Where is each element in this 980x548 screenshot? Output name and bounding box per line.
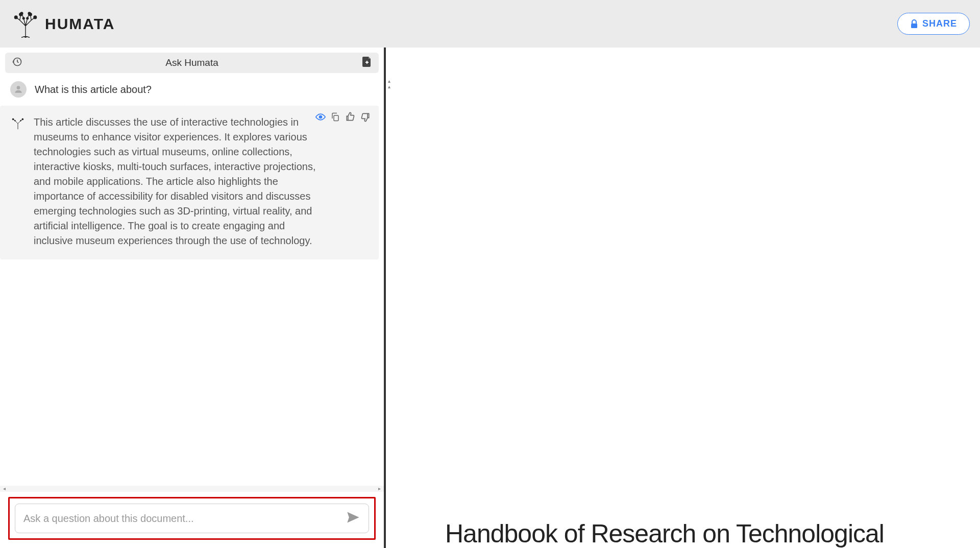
svg-point-0 <box>14 16 17 19</box>
user-avatar-icon <box>10 81 27 98</box>
logo: HUMATA <box>10 9 115 39</box>
copy-icon[interactable] <box>331 112 340 122</box>
ai-message-text: This article discusses the use of intera… <box>34 115 369 248</box>
ai-avatar-icon <box>10 115 26 130</box>
svg-point-4 <box>29 13 32 16</box>
document-viewer: ▴▴ All content following this page was u… <box>386 47 980 548</box>
horizontal-scroll: ◂▸ <box>0 486 384 492</box>
svg-point-11 <box>12 118 14 120</box>
history-icon[interactable] <box>12 57 22 69</box>
question-input[interactable] <box>23 513 346 525</box>
tree-logo-icon <box>10 9 41 39</box>
svg-point-7 <box>27 17 29 19</box>
eye-icon[interactable] <box>315 112 326 122</box>
share-button[interactable]: SHARE <box>897 13 970 35</box>
svg-point-15 <box>320 116 322 118</box>
question-input-container <box>15 504 369 533</box>
doc-scroll-arrows: ▴▴ <box>388 78 393 89</box>
add-document-icon[interactable] <box>362 57 372 69</box>
app-header: HUMATA SHARE <box>0 0 980 47</box>
ai-message-actions <box>315 112 371 122</box>
chat-messages: What is this article about? This article… <box>0 73 384 486</box>
svg-point-10 <box>17 86 20 89</box>
lock-icon <box>910 19 918 29</box>
svg-point-2 <box>20 12 23 15</box>
chat-panel: Ask Humata ▴▴ What is this article about… <box>0 47 384 548</box>
chat-title: Ask Humata <box>165 57 218 68</box>
question-input-highlight <box>8 497 376 540</box>
svg-point-14 <box>20 120 21 121</box>
main-content: Ask Humata ▴▴ What is this article about… <box>0 47 980 548</box>
svg-point-13 <box>14 120 15 121</box>
share-label: SHARE <box>922 18 957 29</box>
user-message-text: What is this article about? <box>35 84 152 96</box>
send-button[interactable] <box>346 510 360 527</box>
send-icon <box>346 510 360 525</box>
logo-text: HUMATA <box>45 15 115 33</box>
svg-rect-16 <box>334 115 338 121</box>
ai-message: This article discusses the use of intera… <box>0 106 379 259</box>
user-message: What is this article about? <box>0 73 384 106</box>
chat-header: Ask Humata <box>5 53 379 73</box>
thumbs-up-icon[interactable] <box>345 112 355 122</box>
svg-rect-8 <box>911 23 917 28</box>
svg-point-6 <box>22 17 24 19</box>
svg-point-5 <box>34 16 37 19</box>
thumbs-down-icon[interactable] <box>360 112 371 122</box>
svg-point-12 <box>22 118 23 120</box>
document-title: Handbook of Research on Technological <box>445 520 884 548</box>
